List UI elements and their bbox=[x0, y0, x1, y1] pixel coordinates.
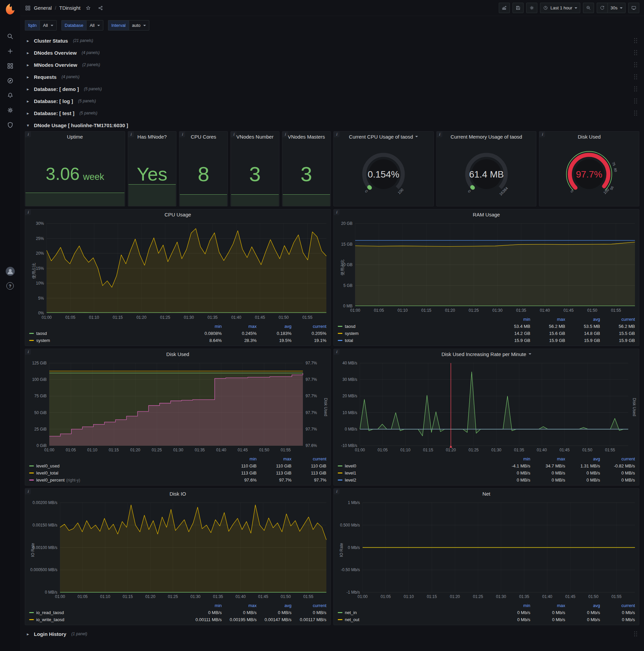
user-avatar[interactable] bbox=[3, 264, 18, 279]
legend-series-toggle[interactable]: net_out bbox=[338, 617, 359, 622]
legend-col-header[interactable]: max bbox=[257, 456, 291, 461]
chart-canvas[interactable]: 1 Mb/s0.500 Mb/s0 Mb/s-0.50 Mb/s-1 Mb/s0… bbox=[334, 499, 639, 600]
legend-col-header[interactable]: max bbox=[530, 603, 565, 608]
grafana-logo[interactable] bbox=[4, 3, 17, 16]
legend-series-toggle[interactable]: taosd bbox=[29, 331, 47, 336]
legend-col-header[interactable]: current bbox=[291, 456, 326, 461]
variable-value-dropdown[interactable]: All bbox=[40, 20, 56, 31]
refresh-interval-picker[interactable]: 30s bbox=[608, 3, 625, 13]
variable-value-dropdown[interactable]: All bbox=[86, 20, 103, 31]
legend-series-toggle[interactable]: io_read_taosd bbox=[29, 610, 64, 615]
row-drag-handle[interactable] bbox=[634, 631, 637, 637]
row-drag-handle[interactable] bbox=[634, 62, 637, 68]
panel-title[interactable]: Current CPU Usage of taosd bbox=[334, 131, 433, 142]
legend-series-toggle[interactable]: net_in bbox=[338, 610, 357, 615]
row-drag-handle[interactable] bbox=[634, 38, 637, 43]
legend-col-header[interactable]: avg bbox=[565, 603, 600, 608]
row-drag-handle[interactable] bbox=[634, 50, 637, 56]
dashboard-title[interactable]: TDinsight bbox=[59, 5, 80, 11]
variable-database[interactable]: Database All bbox=[61, 20, 103, 31]
legend-series-toggle[interactable]: total bbox=[338, 338, 353, 343]
row-drag-handle[interactable] bbox=[634, 98, 637, 104]
dashboard-row-collapsed[interactable]: ▸Cluster Status(21 panels) bbox=[25, 35, 639, 46]
panel-title[interactable]: CPU Usage bbox=[25, 209, 330, 219]
row-drag-handle[interactable] bbox=[634, 86, 637, 92]
variable-fqdn[interactable]: fqdn All bbox=[25, 20, 57, 31]
help-icon[interactable]: ? bbox=[3, 279, 18, 293]
dashboard-row-collapsed[interactable]: ▸Database: [ test ](5 panels) bbox=[25, 107, 639, 119]
chart-area[interactable]: Disk Used125 GiB97.7%100 GiB97.7%75 GiB9… bbox=[25, 359, 330, 455]
panel-title[interactable]: Disk Used Increasing Rate per Minute bbox=[334, 349, 639, 359]
save-dashboard-button[interactable] bbox=[513, 3, 523, 13]
legend-col-header[interactable]: min bbox=[187, 324, 222, 329]
legend-series-toggle[interactable]: level0_used bbox=[29, 463, 59, 468]
variable-interval[interactable]: Interval auto bbox=[108, 20, 149, 31]
legend-col-header[interactable]: max bbox=[222, 324, 257, 329]
panel-title[interactable]: Net bbox=[334, 489, 639, 499]
dashboard-row-collapsed[interactable]: ▸Database: [ log ](5 panels) bbox=[25, 95, 639, 107]
legend-col-header[interactable]: min bbox=[187, 603, 222, 608]
legend-col-header[interactable]: current bbox=[600, 603, 635, 608]
share-icon[interactable] bbox=[96, 3, 105, 13]
panel-title[interactable]: Disk Used bbox=[539, 131, 639, 142]
panel-title[interactable]: VNodes Number bbox=[231, 131, 279, 142]
legend-col-header[interactable]: avg bbox=[565, 317, 600, 322]
legend-series-toggle[interactable]: level0_percent(right-y) bbox=[29, 477, 80, 483]
chart-area[interactable]: 使用占比20 GB15 GB10 GB5 GB0 MB01:0001:0501:… bbox=[334, 219, 639, 315]
panel-title[interactable]: Uptime bbox=[25, 131, 125, 142]
dashboard-row-collapsed[interactable]: ▸Requests(4 panels) bbox=[25, 71, 639, 83]
legend-col-header[interactable]: max bbox=[222, 603, 257, 608]
legend-col-header[interactable]: current bbox=[291, 603, 326, 608]
legend-col-header[interactable]: current bbox=[600, 317, 635, 322]
legend-series-toggle[interactable]: system bbox=[338, 331, 359, 336]
panel-title[interactable]: Disk Used bbox=[25, 349, 330, 359]
chart-canvas[interactable]: 30%25%20%15%10%5%0%01:0001:0501:1001:150… bbox=[25, 219, 330, 321]
row-drag-handle[interactable] bbox=[634, 110, 637, 116]
configuration-gear-icon[interactable] bbox=[3, 103, 18, 118]
explore-compass-icon[interactable] bbox=[3, 73, 18, 88]
chart-canvas[interactable]: 40 MB/s30 MB/s20 MB/s10 MB/s0 MB/s-10 MB… bbox=[334, 359, 639, 454]
panel-title[interactable]: Disk IO bbox=[25, 489, 330, 499]
server-admin-shield-icon[interactable] bbox=[3, 118, 18, 132]
legend-series-toggle[interactable]: level1 bbox=[338, 470, 356, 475]
breadcrumb-folder[interactable]: General bbox=[34, 5, 52, 11]
legend-col-header[interactable]: avg bbox=[257, 324, 291, 329]
legend-col-header[interactable]: min bbox=[495, 456, 530, 461]
chart-canvas[interactable]: 0.00200 MB/s0.00150 MB/s0.00100 MB/s0.00… bbox=[25, 499, 330, 600]
create-plus-icon[interactable] bbox=[3, 43, 18, 58]
dashboard-row-collapsed[interactable]: ▸DNodes Overview(4 panels) bbox=[25, 46, 639, 59]
chart-area[interactable]: IO Rate0.00200 MB/s0.00150 MB/s0.00100 M… bbox=[25, 499, 330, 601]
panel-title[interactable]: Current Memory Usage of taosd bbox=[437, 131, 536, 142]
legend-series-toggle[interactable]: level0 bbox=[338, 463, 356, 468]
legend-series-toggle[interactable]: level0_total bbox=[29, 470, 58, 475]
dashboard-row-collapsed[interactable]: ▸Database: [ demo ](5 panels) bbox=[25, 83, 639, 95]
cycle-view-button[interactable] bbox=[628, 3, 639, 13]
legend-col-header[interactable]: max bbox=[530, 456, 565, 461]
panel-title[interactable]: Has MNode? bbox=[128, 131, 176, 142]
chart-canvas[interactable]: 125 GiB97.7%100 GiB97.7%75 GiB97.7%50 Gi… bbox=[25, 359, 330, 454]
chart-area[interactable]: IO Rate1 Mb/s0.500 Mb/s0 Mb/s-0.50 Mb/s-… bbox=[334, 499, 639, 601]
legend-col-header[interactable]: min bbox=[495, 603, 530, 608]
row-drag-handle[interactable] bbox=[634, 74, 637, 80]
legend-series-toggle[interactable]: level2 bbox=[338, 477, 356, 483]
add-panel-button[interactable] bbox=[499, 3, 510, 13]
zoom-out-button[interactable] bbox=[583, 3, 594, 13]
legend-series-toggle[interactable]: taosd bbox=[338, 324, 356, 329]
legend-col-header[interactable]: max bbox=[530, 317, 565, 322]
legend-series-toggle[interactable]: system bbox=[29, 338, 50, 343]
dashboards-grid-icon[interactable] bbox=[3, 58, 18, 73]
legend-col-header[interactable]: current bbox=[600, 456, 635, 461]
search-icon[interactable] bbox=[3, 29, 18, 43]
legend-series-toggle[interactable]: io_write_taosd bbox=[29, 617, 64, 622]
time-range-picker[interactable]: Last 1 hour bbox=[540, 3, 580, 13]
legend-col-header[interactable]: min bbox=[222, 456, 257, 461]
dashboard-row-collapsed[interactable]: ▸ Login History (1 panel) bbox=[25, 628, 639, 640]
refresh-button[interactable] bbox=[597, 3, 608, 13]
panel-title[interactable]: CPU Cores bbox=[180, 131, 227, 142]
dashboard-row-collapsed[interactable]: ▸MNodes Overview(2 panels) bbox=[25, 59, 639, 71]
alerting-bell-icon[interactable] bbox=[3, 88, 18, 103]
panel-title[interactable]: VNodes Masters bbox=[282, 131, 330, 142]
star-icon[interactable] bbox=[84, 3, 93, 13]
legend-col-header[interactable]: min bbox=[495, 317, 530, 322]
chart-canvas[interactable]: 20 GB15 GB10 GB5 GB0 MB01:0001:0501:1001… bbox=[334, 219, 639, 314]
